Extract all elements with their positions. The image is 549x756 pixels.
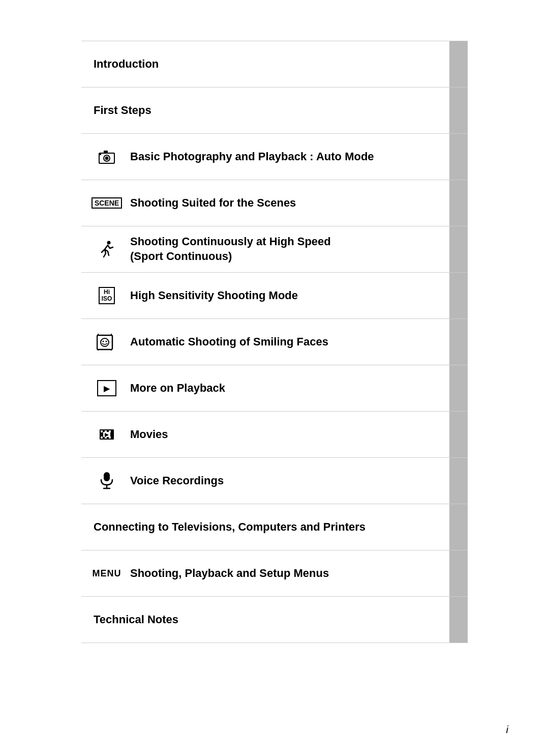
toc-row-basic-photography[interactable]: Basic Photography and Playback : Auto Mo… [81,133,468,180]
svg-rect-20 [101,437,103,439]
toc-tab-first-steps [449,88,468,133]
table-of-contents: IntroductionFirst Steps Basic Photograph… [81,41,468,643]
toc-label-more-playback: More on Playback [130,381,225,396]
svg-rect-5 [104,151,108,153]
icon-scene: SCENE [94,197,120,209]
svg-rect-17 [101,430,103,432]
svg-point-4 [105,157,109,160]
svg-rect-25 [104,472,110,481]
toc-row-first-steps[interactable]: First Steps [81,87,468,134]
hi-iso-text: HiISO [99,287,115,304]
toc-tab-high-sensitivity [449,273,468,318]
toc-row-high-sensitivity[interactable]: HiISOHigh Sensitivity Shooting Mode [81,272,468,319]
toc-label-first-steps: First Steps [94,103,151,118]
page-number: i [506,724,508,736]
toc-row-movies[interactable]: Movies [81,411,468,458]
toc-tab-connecting [449,504,468,550]
icon-sport [94,240,120,258]
toc-tab-smiling-faces [449,319,468,365]
toc-row-menus[interactable]: MENUShooting, Playback and Setup Menus [81,550,468,597]
toc-tab-voice-recordings [449,458,468,504]
toc-row-voice-recordings[interactable]: Voice Recordings [81,457,468,504]
toc-label-voice-recordings: Voice Recordings [130,474,224,488]
svg-point-10 [103,341,104,342]
playback-symbol: ▶ [97,380,116,396]
toc-tab-basic-photography [449,134,468,180]
scene-text: SCENE [92,197,122,209]
toc-row-introduction[interactable]: Introduction [81,41,468,88]
icon-movies [94,425,120,444]
toc-tab-more-playback [449,365,468,411]
toc-label-high-sensitivity: High Sensitivity Shooting Mode [130,288,298,303]
toc-label-shooting-scenes: Shooting Suited for the Scenes [130,196,296,211]
svg-point-11 [106,341,107,342]
toc-tab-movies [449,412,468,457]
toc-label-menus: Shooting, Playback and Setup Menus [130,566,329,581]
toc-row-shooting-scenes[interactable]: SCENEShooting Suited for the Scenes [81,180,468,226]
toc-label-smiling-faces: Automatic Shooting of Smiling Faces [130,335,328,350]
icon-playback: ▶ [94,380,120,396]
svg-rect-8 [97,335,112,350]
toc-tab-introduction [449,41,468,87]
toc-label-basic-photography: Basic Photography and Playback : Auto Mo… [130,150,374,164]
toc-label-technical-notes: Technical Notes [94,613,178,627]
icon-smile [94,333,120,351]
toc-row-technical-notes[interactable]: Technical Notes [81,596,468,643]
svg-point-7 [107,241,111,245]
icon-hi-iso: HiISO [94,287,120,304]
toc-row-sport-continuous[interactable]: Shooting Continuously at High Speed(Spor… [81,226,468,273]
svg-point-9 [101,338,109,346]
toc-label-introduction: Introduction [94,57,159,72]
toc-tab-menus [449,550,468,596]
toc-row-smiling-faces[interactable]: Automatic Shooting of Smiling Faces [81,318,468,365]
icon-camera [94,149,120,164]
toc-tab-shooting-scenes [449,180,468,226]
toc-tab-technical-notes [449,597,468,643]
toc-tab-sport-continuous [449,226,468,272]
icon-menu: MENU [94,568,120,579]
toc-row-connecting[interactable]: Connecting to Televisions, Computers and… [81,504,468,550]
icon-mic [94,472,120,490]
toc-label-sport-continuous: Shooting Continuously at High Speed(Spor… [130,235,331,264]
toc-label-movies: Movies [130,427,168,442]
toc-label-connecting: Connecting to Televisions, Computers and… [94,520,365,535]
svg-rect-6 [99,154,101,155]
toc-row-more-playback[interactable]: ▶More on Playback [81,365,468,412]
menu-text: MENU [93,568,121,579]
